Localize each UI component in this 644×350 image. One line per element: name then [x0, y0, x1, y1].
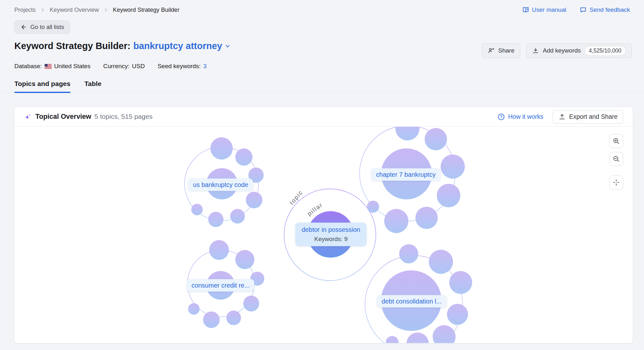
us-bankruptcy-code-label-pill[interactable]: us bankruptcy code [188, 179, 253, 191]
keyword-bubble[interactable] [406, 332, 429, 343]
keyword-bubble[interactable] [425, 128, 447, 150]
panel-title: Topical Overview [35, 113, 91, 121]
user-manual-label: User manual [532, 6, 567, 13]
export-and-share-button[interactable]: Export and Share [553, 110, 623, 124]
database-value: United States [54, 63, 91, 70]
title-actions: Share Add keywords 4,525/10,000 [482, 43, 632, 58]
breadcrumb-current: Keyword Strategy Builder [113, 6, 179, 13]
keyword-bubble[interactable] [395, 127, 420, 140]
tab-topics-and-pages[interactable]: Topics and pages [14, 80, 70, 92]
keyword-bubble[interactable] [386, 336, 399, 343]
send-feedback-link[interactable]: Send feedback [580, 6, 630, 13]
database-meta: Database: United States [14, 63, 91, 70]
share-label: Share [498, 47, 515, 54]
topical-overview-card: Topical Overview 5 topics, 515 pages ? H… [14, 107, 633, 343]
ai-sparkles-icon [24, 113, 32, 121]
topic-label: debtor in possession [302, 226, 360, 233]
keyword-bubble[interactable] [243, 296, 259, 311]
us-flag-icon [45, 64, 52, 69]
topic-label: chapter 7 bankruptcy [376, 171, 436, 178]
go-to-all-lists-label: Go to all lists [30, 24, 64, 31]
zoom-in-icon [612, 137, 620, 145]
topic-label: debt consolidation l... [382, 298, 442, 305]
book-icon [522, 6, 529, 13]
question-circle-icon: ? [497, 113, 505, 121]
keyword-limit-badge: 4,525/10,000 [584, 46, 626, 56]
add-keywords-label: Add keywords [543, 47, 581, 54]
center-map-button[interactable] [609, 175, 623, 189]
keyword-bubble[interactable] [384, 209, 408, 233]
keyword-bubble[interactable] [399, 244, 418, 263]
keyword-bubble[interactable] [415, 207, 438, 229]
tab-bar: Topics and pages Table [0, 80, 644, 93]
zoom-in-button[interactable] [609, 134, 623, 148]
keyword-bubble[interactable] [208, 212, 223, 227]
keyword-bubble[interactable] [433, 325, 456, 343]
currency-meta: Currency: USD [103, 63, 145, 70]
feedback-bubble-icon [580, 6, 587, 13]
keyword-bubble[interactable] [188, 303, 200, 315]
currency-value: USD [132, 63, 145, 70]
bubble-map-canvas[interactable]: topicpillar us bankruptcy codechapter 7 … [14, 127, 633, 343]
topic-label: consumer credit re... [192, 282, 250, 289]
add-keywords-button[interactable]: Add keywords 4,525/10,000 [526, 43, 632, 58]
keyword-dropdown-value: bankruptcy attorney [133, 41, 222, 51]
page-title: Keyword Strategy Builder: bankruptcy att… [14, 41, 231, 51]
chevron-right-icon [40, 7, 45, 12]
send-feedback-label: Send feedback [589, 6, 630, 13]
upload-icon [559, 113, 566, 120]
keyword-bubble[interactable] [246, 192, 262, 208]
how-it-works-link[interactable]: ? How it works [497, 113, 544, 121]
zoom-out-button[interactable] [609, 152, 623, 166]
card-header: Topical Overview 5 topics, 515 pages ? H… [14, 107, 633, 127]
meta-row: Database: United States Currency: USD Se… [0, 58, 644, 70]
seed-keywords-meta: Seed keywords: 3 [157, 63, 207, 70]
keyword-bubble[interactable] [235, 250, 254, 269]
keyword-bubble[interactable] [235, 148, 252, 166]
panel-subtitle: 5 topics, 515 pages [94, 113, 152, 120]
debtor-in-possession-label-pill[interactable]: debtor in possessionKeywords: 9 [295, 223, 366, 246]
keyword-bubble[interactable] [226, 311, 241, 325]
page-title-prefix: Keyword Strategy Builder: [14, 41, 130, 51]
keyword-dropdown[interactable]: bankruptcy attorney [133, 41, 231, 51]
chevron-right-icon [103, 7, 108, 12]
seed-keywords-count[interactable]: 3 [203, 63, 207, 70]
database-label: Database: [14, 63, 42, 70]
chapter-7-bankruptcy-label-pill[interactable]: chapter 7 bankruptcy [371, 168, 441, 181]
consumer-credit-label-pill[interactable]: consumer credit re... [187, 279, 254, 292]
tab-table[interactable]: Table [84, 80, 101, 92]
keyword-bubble[interactable] [209, 240, 229, 260]
keyword-bubble[interactable] [210, 137, 233, 160]
share-button[interactable]: Share [482, 43, 521, 58]
keyword-bubble[interactable] [437, 184, 460, 207]
keywords-count-label: Keywords: 9 [302, 236, 360, 243]
export-and-share-label: Export and Share [569, 113, 618, 120]
keyword-bubble[interactable] [203, 311, 220, 328]
keyword-bubble[interactable] [441, 154, 465, 179]
chevron-down-icon [224, 43, 231, 49]
keyword-bubble[interactable] [447, 304, 468, 325]
user-manual-link[interactable]: User manual [522, 6, 567, 13]
go-to-all-lists-button[interactable]: Go to all lists [14, 20, 70, 34]
keyword-bubble[interactable] [367, 201, 379, 213]
breadcrumb-projects[interactable]: Projects [14, 6, 36, 13]
svg-text:?: ? [500, 115, 502, 119]
title-row: Keyword Strategy Builder: bankruptcy att… [0, 34, 644, 58]
currency-label: Currency: [103, 63, 129, 70]
share-user-icon [488, 47, 495, 54]
topic-label: us bankruptcy code [193, 181, 248, 189]
top-bar: Projects Keyword Overview Keyword Strate… [0, 0, 644, 13]
zoom-out-icon [612, 155, 620, 163]
map-controls [609, 127, 623, 343]
keyword-bubble[interactable] [429, 250, 453, 274]
breadcrumb-keyword-overview[interactable]: Keyword Overview [50, 6, 99, 13]
arrow-left-icon [20, 24, 27, 30]
how-it-works-label: How it works [508, 113, 544, 120]
seed-keywords-label: Seed keywords: [157, 63, 201, 70]
keyword-bubble[interactable] [230, 209, 245, 224]
download-icon [532, 47, 539, 54]
keyword-bubble[interactable] [449, 271, 472, 294]
keyword-bubble[interactable] [191, 204, 203, 215]
debt-consolidation-label-pill[interactable]: debt consolidation l... [377, 295, 446, 308]
crosshair-icon [612, 179, 620, 186]
